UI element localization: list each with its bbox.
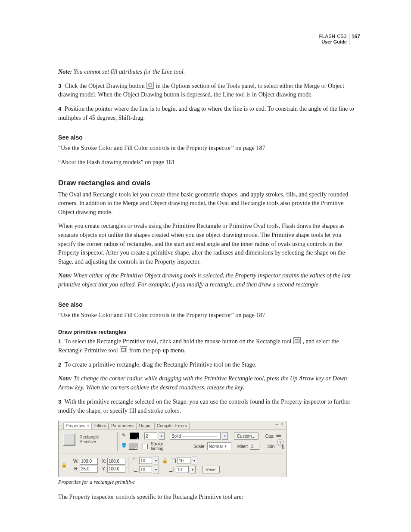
tab-properties[interactable]: Properties× [63,423,92,429]
step-text-a: To select the Rectangle Primitive tool, … [65,338,293,345]
help-icon[interactable]: ? [277,439,283,445]
property-inspector-figure: ◦ Properties× Filters Parameters Output … [58,421,286,477]
corner-br-field[interactable]: 10 [176,466,189,473]
tab-output[interactable]: Output [136,423,154,429]
x-field[interactable]: 100.0 [107,458,125,465]
step-2: 2 To create a primitive rectangle, drag … [58,360,360,369]
subsection-heading: Draw primitive rectangles [58,329,360,335]
stroke-weight-field[interactable]: 2 [144,432,157,439]
step-text-a: Click the Object Drawing button [65,82,146,89]
page-header: FLASH CS3 User Guide 167 [319,34,360,45]
h-label: H: [72,467,78,471]
step-1: 1 To select the Rectangle Primitive tool… [58,337,360,355]
see-also-link-2: “About the Flash drawing models” on page… [58,158,360,167]
step-number: 4 [58,106,61,112]
step-text-c: from the pop-up menu. [128,347,185,354]
custom-stroke-button[interactable]: Custom... [234,432,258,440]
section-para-1: The Oval and Rectangle tools let you cre… [58,190,360,217]
stroke-hinting-label: Stroke hinting [151,442,174,451]
corner-tl-icon [133,458,138,463]
section-para-2: When you create rectangles or ovals usin… [58,221,360,266]
corner-tr-field[interactable]: 10 [177,457,190,464]
step-text: With the primitive rectangle selected on… [58,398,350,414]
dimensions-grid: W: 100.0 X: 100.0 H: 25.0 Y: 100.0 [72,457,125,473]
join-label: Join: [267,444,276,449]
note-body: You cannot set fill attributes for the L… [72,68,185,75]
cap-label: Cap: [265,434,274,439]
see-also-heading: See also [58,134,360,141]
see-also-heading: See also [58,301,360,308]
tool-preview-swatch [63,433,75,446]
corner-tl-field[interactable]: 10 [139,457,152,464]
step-text: Position the pointer where the line is t… [58,105,354,121]
step-4: 4 Position the pointer where the line is… [58,104,360,122]
section-heading: Draw rectangles and ovals [58,179,360,187]
note-body: When either of the Primitive Object draw… [58,272,351,288]
stroke-style-arrow[interactable]: ▾ [222,432,228,440]
corner-tr-stepper[interactable]: ▾ [192,457,197,464]
miter-label: Miter: [237,444,248,449]
pencil-icon [122,433,128,439]
lock-icon[interactable]: 🔒 [61,462,67,468]
corner-bl-field[interactable]: 10 [139,466,152,473]
step-number: 3 [58,83,61,89]
stroke-color-swatch[interactable] [130,432,139,439]
tab-filters[interactable]: Filters [92,423,109,429]
width-field[interactable]: 100.0 [80,458,98,465]
resize-grip-icon[interactable]: ⋰ [281,473,285,476]
after-figure-text: The Property inspector controls specific… [58,492,360,501]
stroke-weight-stepper[interactable]: ▾ [159,432,165,440]
corner-bl-stepper[interactable]: ▾ [153,466,159,473]
fill-color-swatch[interactable] [129,443,137,450]
reset-corners-button[interactable]: Reset [202,466,220,473]
step-number: 3 [58,398,61,405]
tool-name-label: Rectangle Primitive [80,435,115,444]
note-label: Note: [58,68,72,75]
tab-compiler-errors[interactable]: Compiler Errors [154,423,190,429]
corner-tr-icon [171,458,176,463]
stroke-hinting-checkbox[interactable] [143,444,148,449]
step-3b: 3 With the primitive rectangle selected … [58,397,360,415]
object-drawing-icon [146,82,154,89]
figure-caption: Properties for a rectangle primitive [58,479,360,485]
panel-grip-icon: ◦ [60,423,62,428]
corner-bl-icon [133,467,138,472]
corner-br-icon [169,467,174,472]
y-label: Y: [99,467,106,471]
step-text: To create a primitive rectangle, drag th… [65,361,257,368]
rectangle-tool-icon [293,337,301,344]
header-page-number: 167 [349,34,360,40]
note-body: To change the corner radius while draggi… [58,375,347,391]
panel-window-controls[interactable]: – × [276,422,284,426]
page-content: Note: You cannot set fill attributes for… [58,34,360,501]
tab-parameters[interactable]: Parameters [109,423,136,429]
corner-br-stepper[interactable]: ▾ [190,466,196,473]
header-product: FLASH CS3 [319,34,347,39]
step-number: 2 [58,361,61,368]
scale-label: Scale: [193,444,206,449]
miter-field[interactable]: 3 [250,443,259,450]
cap-icon[interactable] [276,434,282,438]
scale-select[interactable]: Normal▾ [207,442,232,450]
note-line-tool: Note: You cannot set fill attributes for… [58,67,360,76]
height-field[interactable]: 25.0 [80,466,98,473]
note-label: Note: [58,375,72,382]
corner-link-icon[interactable]: 🔒 [162,458,168,464]
x-label: X: [99,459,106,464]
panel-tab-bar: ◦ Properties× Filters Parameters Output … [59,421,286,429]
step-number: 1 [58,338,61,345]
y-field[interactable]: 100.0 [107,466,125,473]
see-also-link-3: “Use the Stroke Color and Fill Color con… [58,311,360,320]
note-primitive-retain: Note: When either of the Primitive Objec… [58,271,360,289]
w-label: W: [72,459,78,464]
bucket-icon [122,444,128,449]
note-corner-radius: Note: To change the corner radius while … [58,374,360,392]
corner-tl-stepper[interactable]: ▾ [153,457,159,464]
stroke-style-select[interactable]: Solid [170,432,221,440]
step-3: 3 Click the Object Drawing button in the… [58,81,360,99]
note-label: Note: [58,272,72,279]
see-also-link-1: “Use the Stroke Color and Fill Color con… [58,143,360,152]
rectangle-primitive-tool-icon [120,346,127,353]
header-guide: User Guide [319,39,347,45]
